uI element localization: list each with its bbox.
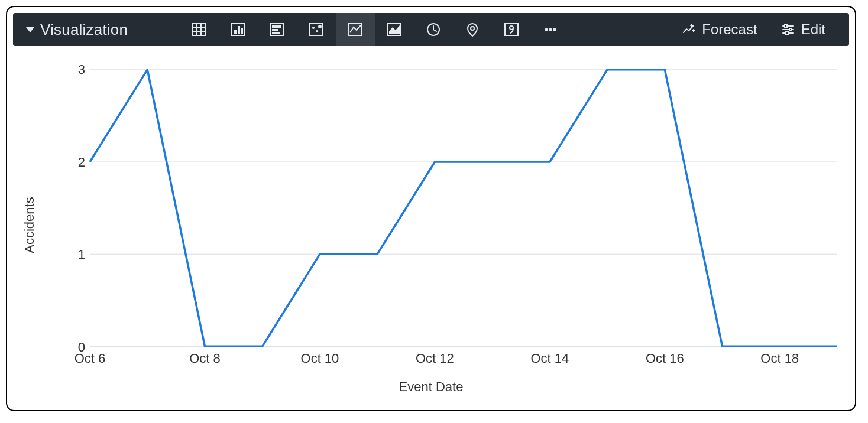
- visualization-dropdown[interactable]: Visualization: [13, 21, 180, 39]
- more-button[interactable]: [531, 13, 570, 46]
- visualization-title: Visualization: [40, 21, 128, 39]
- x-tick-label: Oct 8: [189, 351, 221, 366]
- column-chart-button[interactable]: [219, 13, 258, 46]
- x-tick-label: Oct 6: [75, 351, 106, 366]
- timewrap-button[interactable]: [414, 13, 453, 46]
- edit-button[interactable]: Edit: [781, 21, 825, 38]
- svg-rect-0: [193, 24, 206, 35]
- table-button[interactable]: [180, 13, 219, 46]
- visualization-toolbar: Visualization Forecast: [13, 13, 849, 46]
- svg-rect-30: [789, 28, 792, 31]
- svg-rect-29: [785, 25, 787, 27]
- x-tick-label: Oct 16: [646, 351, 684, 366]
- svg-rect-10: [272, 25, 281, 28]
- app-frame: Visualization Forecast: [6, 6, 856, 411]
- forecast-label: Forecast: [702, 21, 757, 38]
- edit-label: Edit: [801, 21, 825, 38]
- bar-chart-icon: [269, 21, 286, 38]
- area-chart-icon: [386, 21, 403, 38]
- y-axis-label: Accidents: [22, 197, 37, 253]
- timewrap-icon: [425, 21, 442, 38]
- svg-rect-6: [234, 30, 237, 34]
- edit-sliders-icon: [781, 22, 795, 37]
- x-tick-label: Oct 18: [760, 351, 799, 366]
- column-chart-icon: [230, 21, 247, 38]
- svg-rect-11: [272, 29, 278, 31]
- line-chart-button[interactable]: [336, 13, 375, 46]
- map-pin-button[interactable]: [453, 13, 492, 46]
- svg-point-24: [549, 28, 552, 31]
- x-tick-label: Oct 14: [530, 351, 569, 366]
- forecast-sparkle-icon: [682, 22, 696, 37]
- svg-rect-31: [786, 32, 788, 34]
- scatter-chart-button[interactable]: [297, 13, 336, 46]
- bar-chart-button[interactable]: [258, 13, 297, 46]
- toolbar-actions: Forecast Edit: [682, 21, 849, 38]
- svg-point-14: [312, 27, 315, 29]
- y-tick-label: 1: [61, 247, 85, 262]
- map-pin-icon: [464, 21, 481, 38]
- table-icon: [191, 21, 208, 38]
- svg-point-15: [316, 30, 318, 32]
- caret-down-icon: [26, 27, 34, 32]
- svg-point-21: [471, 27, 474, 30]
- forecast-button[interactable]: Forecast: [682, 21, 757, 38]
- chart-area: Accidents Event Date 0123Oct 6Oct 8Oct 1…: [13, 46, 849, 404]
- chart-type-icons: [180, 13, 570, 46]
- svg-rect-7: [238, 26, 240, 34]
- x-tick-label: Oct 12: [416, 351, 454, 366]
- more-icon: [542, 21, 559, 38]
- svg-marker-19: [389, 25, 400, 34]
- svg-point-25: [553, 28, 556, 31]
- svg-rect-8: [241, 28, 243, 34]
- svg-point-16: [318, 25, 322, 28]
- x-tick-label: Oct 10: [301, 351, 339, 366]
- single-value-button[interactable]: [492, 13, 531, 46]
- line-chart-icon: [347, 21, 364, 38]
- scatter-chart-icon: [308, 21, 325, 38]
- y-tick-label: 3: [61, 62, 85, 77]
- area-chart-button[interactable]: [375, 13, 414, 46]
- svg-rect-12: [272, 32, 280, 34]
- x-axis-label: Event Date: [13, 379, 849, 395]
- svg-point-23: [545, 28, 548, 31]
- y-tick-label: 2: [61, 155, 85, 170]
- single-value-icon: [503, 21, 520, 38]
